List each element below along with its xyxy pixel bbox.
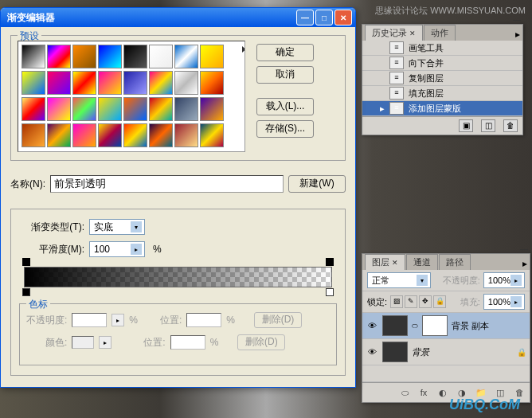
visibility-eye-icon[interactable]: 👁 (366, 346, 378, 358)
color-position-input[interactable] (170, 335, 205, 350)
fill-input[interactable]: 100% ▸ (483, 294, 525, 310)
mask-thumbnail[interactable] (422, 315, 448, 336)
preset-swatch[interactable] (22, 45, 45, 68)
history-item[interactable]: ≡复制图层 (362, 71, 522, 86)
layer-thumbnail[interactable] (382, 342, 408, 362)
preset-menu-icon[interactable] (242, 46, 245, 53)
layer-item[interactable]: 👁⬭背景 副本 (362, 313, 530, 339)
preset-swatch[interactable] (149, 71, 173, 95)
opacity-stop-left[interactable] (22, 258, 30, 266)
save-button[interactable]: 存储(S)... (256, 120, 314, 138)
preset-swatch[interactable] (47, 71, 71, 95)
color-stop-right[interactable] (326, 288, 334, 298)
preset-swatch[interactable] (47, 45, 71, 68)
load-button[interactable]: 载入(L)... (256, 98, 314, 115)
chevron-down-icon[interactable]: ▾ (131, 221, 142, 232)
preset-swatch[interactable] (72, 123, 96, 147)
lock-paint-icon[interactable]: ✎ (405, 295, 417, 308)
preset-swatch[interactable] (149, 97, 173, 121)
stop-color-swatch[interactable] (72, 336, 94, 349)
chevron-down-icon[interactable]: ▾ (417, 275, 428, 286)
layer-thumbnail[interactable] (382, 315, 408, 336)
panel-collapse-icon[interactable]: — (513, 15, 521, 24)
preset-swatch[interactable] (47, 123, 71, 147)
blend-mode-select[interactable]: 正常 ▾ (367, 272, 431, 288)
link-layers-icon[interactable]: ⬭ (397, 386, 412, 399)
preset-swatch[interactable] (47, 97, 71, 121)
preset-swatch[interactable] (72, 71, 96, 95)
chevron-right-icon[interactable]: ▸ (510, 296, 522, 307)
cancel-button[interactable]: 取消 (256, 66, 314, 84)
delete-color-stop-button[interactable]: 删除(D) (237, 334, 285, 350)
preset-swatch[interactable] (72, 97, 96, 121)
preset-swatch[interactable] (149, 45, 173, 68)
name-input[interactable] (50, 175, 284, 193)
preset-swatch[interactable] (123, 71, 147, 95)
preset-swatch[interactable] (123, 97, 147, 121)
history-item[interactable]: ▸≡添加图层蒙版 (362, 101, 522, 116)
gradient-type-select[interactable]: 实底 ▾ (89, 219, 145, 235)
tab-paths[interactable]: 路径 (439, 254, 471, 270)
layer-name[interactable]: 背景 副本 (452, 320, 489, 332)
stop-position-input[interactable] (186, 313, 221, 327)
delete-opacity-stop-button[interactable]: 删除(D) (254, 312, 302, 328)
close-button[interactable]: ✕ (334, 10, 352, 25)
layer-item[interactable]: 👁背景🔒 (362, 339, 530, 365)
lock-all-icon[interactable]: 🔒 (433, 295, 446, 308)
trash-icon[interactable]: 🗑 (503, 119, 518, 132)
preset-swatch[interactable] (174, 123, 198, 147)
stop-opacity-input[interactable] (72, 313, 107, 327)
maximize-button[interactable]: □ (315, 10, 333, 25)
preset-swatch[interactable] (200, 123, 224, 147)
preset-swatch[interactable] (22, 97, 45, 121)
preset-swatch[interactable] (98, 97, 122, 121)
panel-menu-icon[interactable]: ▸ (522, 258, 527, 269)
layer-style-icon[interactable]: fx (417, 386, 431, 399)
titlebar[interactable]: 渐变编辑器 — □ ✕ (1, 8, 355, 27)
preset-swatch[interactable] (123, 45, 147, 68)
layer-mask-icon[interactable]: ◐ (436, 386, 450, 399)
ok-button[interactable]: 确定 (256, 44, 314, 61)
preset-swatch[interactable] (22, 71, 45, 95)
preset-swatch[interactable] (98, 123, 122, 147)
history-item[interactable]: ≡画笔工具 (362, 41, 522, 56)
preset-swatch[interactable] (200, 45, 224, 68)
tab-channels[interactable]: 通道 (406, 254, 438, 270)
chevron-right-icon[interactable]: ▸ (99, 336, 111, 349)
preset-swatch[interactable] (200, 97, 224, 121)
tab-actions[interactable]: 动作 (424, 25, 456, 41)
preset-swatch[interactable] (98, 45, 122, 68)
smoothness-input[interactable]: 100 ▸ (89, 241, 145, 257)
chevron-right-icon[interactable]: ▸ (510, 275, 522, 286)
preset-swatch[interactable] (200, 71, 224, 95)
link-icon[interactable]: ⬭ (412, 322, 418, 330)
panel-menu-icon[interactable]: ▸ (515, 29, 520, 40)
preset-swatch[interactable] (72, 45, 96, 68)
preset-swatch[interactable] (174, 71, 198, 95)
preset-swatch-grid[interactable] (18, 41, 245, 152)
tab-layers[interactable]: 图层 ✕ (365, 254, 405, 270)
gradient-preview-bar[interactable] (24, 267, 332, 287)
create-snapshot-icon[interactable]: ▣ (459, 119, 473, 132)
minimize-button[interactable]: — (296, 10, 314, 25)
preset-swatch[interactable] (22, 123, 45, 147)
chevron-right-icon[interactable]: ▸ (111, 314, 124, 326)
panel-collapse-icon[interactable]: — (520, 244, 528, 253)
chevron-right-icon[interactable]: ▸ (131, 244, 142, 255)
preset-swatch[interactable] (174, 97, 198, 121)
history-item[interactable]: ≡填充图层 (362, 86, 522, 101)
lock-move-icon[interactable]: ✥ (419, 295, 432, 308)
color-stop-left[interactable] (22, 288, 30, 298)
visibility-eye-icon[interactable]: 👁 (366, 319, 378, 332)
new-document-icon[interactable]: ◫ (481, 119, 495, 132)
tab-history[interactable]: 历史记录 ✕ (365, 25, 423, 41)
opacity-stop-right[interactable] (326, 258, 334, 266)
preset-swatch[interactable] (123, 123, 147, 147)
preset-swatch[interactable] (174, 45, 198, 68)
history-item[interactable]: ≡向下合并 (362, 56, 522, 71)
new-button[interactable]: 新建(W) (288, 175, 346, 193)
preset-swatch[interactable] (98, 71, 122, 95)
preset-swatch[interactable] (149, 123, 173, 147)
layer-name[interactable]: 背景 (412, 346, 429, 358)
lock-transparent-icon[interactable]: ▨ (390, 295, 403, 308)
